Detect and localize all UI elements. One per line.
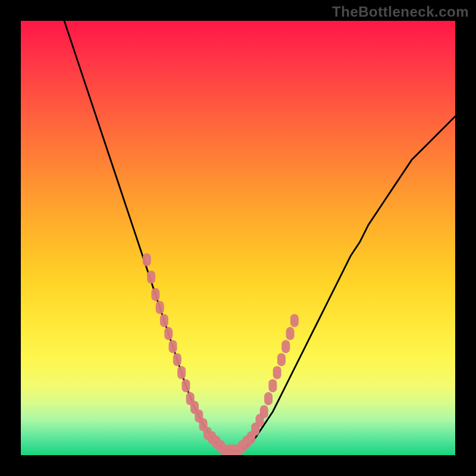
measured-point <box>169 340 177 353</box>
measured-point <box>147 271 155 284</box>
measured-point <box>268 379 277 392</box>
plot-svg <box>21 21 455 455</box>
measured-point <box>164 327 173 340</box>
measured-point <box>260 405 268 418</box>
measured-point <box>277 353 286 366</box>
measured-point <box>143 253 151 267</box>
measured-point <box>151 288 159 301</box>
measured-point <box>273 366 281 379</box>
measured-point <box>281 340 290 353</box>
measured-point <box>286 327 295 340</box>
measured-point <box>160 314 168 327</box>
measured-point <box>290 314 299 327</box>
measured-point <box>177 366 186 379</box>
plot-frame <box>21 21 455 455</box>
watermark-text: TheBottleneck.com <box>332 4 469 20</box>
chart-stage: TheBottleneck.com <box>0 0 476 476</box>
bottleneck-curve <box>64 21 455 451</box>
measured-point <box>156 301 164 314</box>
measured-point <box>181 379 190 392</box>
measured-points-group <box>143 253 299 456</box>
measured-point <box>264 392 273 405</box>
measured-point <box>173 353 181 366</box>
